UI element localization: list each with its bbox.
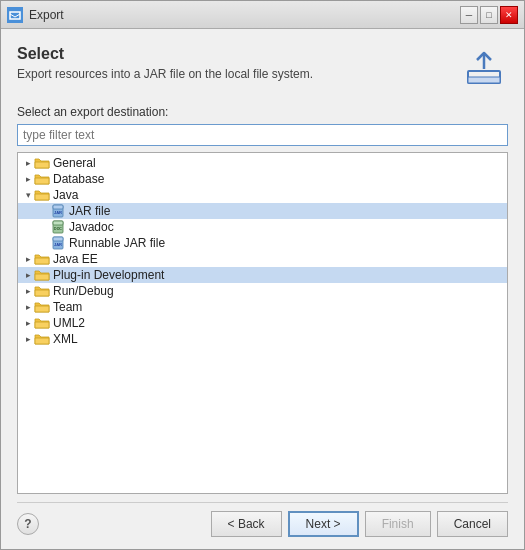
javadoc-icon: DOC [50, 220, 66, 234]
arrow-java-ee [22, 252, 34, 266]
tree-item-runnable-jar[interactable]: JAR Runnable JAR file [18, 235, 507, 251]
dialog-title: Select [17, 45, 460, 63]
tree-item-jar-file[interactable]: JAR JAR file [18, 203, 507, 219]
arrow-plugin-dev [22, 268, 34, 282]
svg-text:JAR: JAR [54, 242, 62, 247]
jar-file-icon: JAR [50, 204, 66, 218]
tree-item-team[interactable]: Team [18, 299, 507, 315]
export-dialog: Export ─ □ ✕ Select Export resources int… [0, 0, 525, 550]
label-uml2: UML2 [53, 316, 85, 330]
runnable-jar-icon: JAR [50, 236, 66, 250]
folder-icon-run-debug [34, 284, 50, 298]
label-java-ee: Java EE [53, 252, 98, 266]
arrow-database [22, 172, 34, 186]
next-button[interactable]: Next > [288, 511, 359, 537]
dialog-content: Select Export resources into a JAR file … [1, 29, 524, 549]
label-general: General [53, 156, 96, 170]
arrow-team [22, 300, 34, 314]
tree-item-java[interactable]: Java [18, 187, 507, 203]
footer-right: < Back Next > Finish Cancel [211, 511, 508, 537]
label-jar-file: JAR file [69, 204, 110, 218]
svg-rect-2 [468, 77, 500, 83]
window-title: Export [29, 8, 64, 22]
tree-item-uml2[interactable]: UML2 [18, 315, 507, 331]
folder-icon-team [34, 300, 50, 314]
arrow-java [22, 188, 34, 202]
svg-rect-0 [10, 12, 20, 19]
window-icon [7, 7, 23, 23]
back-button[interactable]: < Back [211, 511, 282, 537]
arrow-general [22, 156, 34, 170]
label-javadoc: Javadoc [69, 220, 114, 234]
help-button[interactable]: ? [17, 513, 39, 535]
export-icon [460, 45, 508, 93]
header-text: Select Export resources into a JAR file … [17, 45, 460, 81]
arrow-uml2 [22, 316, 34, 330]
arrow-run-debug [22, 284, 34, 298]
label-team: Team [53, 300, 82, 314]
folder-icon-plugin-dev [34, 268, 50, 282]
label-xml: XML [53, 332, 78, 346]
dialog-description: Export resources into a JAR file on the … [17, 67, 460, 81]
tree-item-javadoc[interactable]: DOC Javadoc [18, 219, 507, 235]
tree-item-plugin-dev[interactable]: Plug-in Development [18, 267, 507, 283]
folder-icon-java-ee [34, 252, 50, 266]
finish-button[interactable]: Finish [365, 511, 431, 537]
cancel-button[interactable]: Cancel [437, 511, 508, 537]
maximize-button[interactable]: □ [480, 6, 498, 24]
tree-item-database[interactable]: Database [18, 171, 507, 187]
header-section: Select Export resources into a JAR file … [17, 45, 508, 93]
svg-rect-8 [53, 221, 63, 225]
tree-item-java-ee[interactable]: Java EE [18, 251, 507, 267]
tree-item-xml[interactable]: XML [18, 331, 507, 347]
label-plugin-dev: Plug-in Development [53, 268, 164, 282]
title-buttons: ─ □ ✕ [460, 6, 518, 24]
label-database: Database [53, 172, 104, 186]
svg-text:DOC: DOC [54, 227, 62, 231]
folder-icon-xml [34, 332, 50, 346]
title-bar-left: Export [7, 7, 64, 23]
tree-item-run-debug[interactable]: Run/Debug [18, 283, 507, 299]
filter-label: Select an export destination: [17, 105, 508, 119]
svg-rect-11 [53, 237, 63, 241]
close-button[interactable]: ✕ [500, 6, 518, 24]
label-run-debug: Run/Debug [53, 284, 114, 298]
tree-container: General Database [17, 152, 508, 494]
arrow-xml [22, 332, 34, 346]
folder-icon-general [34, 156, 50, 170]
folder-icon-java [34, 188, 50, 202]
footer-left: ? [17, 513, 39, 535]
dialog-footer: ? < Back Next > Finish Cancel [17, 502, 508, 537]
filter-input[interactable] [17, 124, 508, 146]
title-bar: Export ─ □ ✕ [1, 1, 524, 29]
label-java: Java [53, 188, 78, 202]
label-runnable-jar: Runnable JAR file [69, 236, 165, 250]
tree-item-general[interactable]: General [18, 155, 507, 171]
minimize-button[interactable]: ─ [460, 6, 478, 24]
folder-icon-uml2 [34, 316, 50, 330]
folder-icon-database [34, 172, 50, 186]
svg-rect-5 [53, 205, 63, 209]
svg-text:JAR: JAR [54, 210, 62, 215]
